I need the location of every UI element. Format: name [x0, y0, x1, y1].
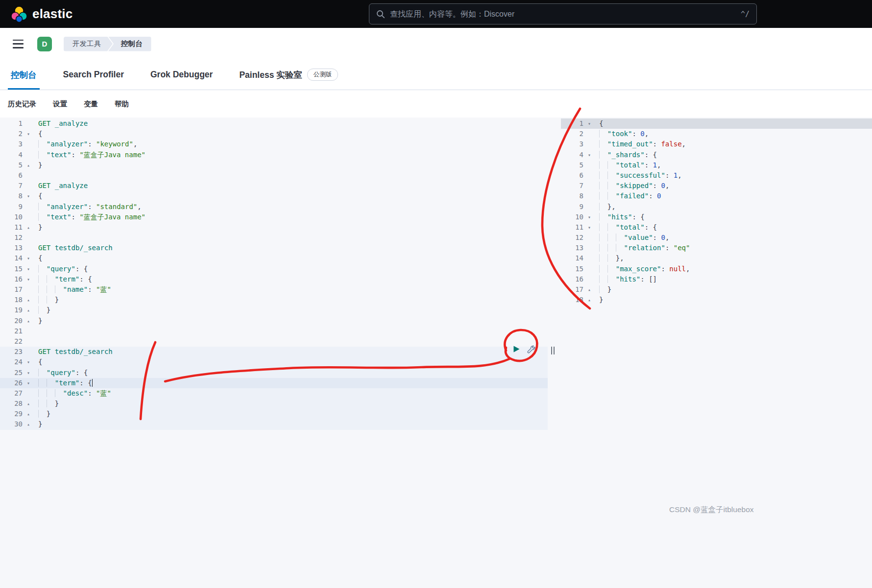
response-code-line[interactable]: 9 }, — [561, 202, 872, 212]
editor-code-line[interactable]: 8▾{ — [0, 191, 548, 201]
fold-down-icon[interactable]: ▾ — [24, 253, 32, 263]
response-code-line[interactable]: 18▴} — [561, 295, 872, 305]
fold-up-icon[interactable]: ▴ — [24, 399, 32, 409]
fold-up-icon[interactable]: ▴ — [585, 284, 593, 295]
line-number: 12 — [0, 233, 24, 243]
editor-code-line[interactable]: 1GET _analyze — [0, 118, 548, 129]
response-code-line[interactable]: 5 "total": 1, — [561, 160, 872, 170]
editor-code-line[interactable]: 6 — [0, 170, 548, 181]
editor-code-line[interactable]: 16▾ "term": { — [0, 274, 548, 284]
editor-code-line[interactable]: 14▾{ — [0, 253, 548, 263]
global-search-bar[interactable]: ^/ — [369, 3, 757, 24]
fold-down-icon[interactable]: ▾ — [24, 274, 32, 284]
tab-grok-debugger[interactable]: Grok Debugger — [147, 60, 216, 90]
fold-placeholder — [24, 336, 32, 347]
editor-code-line[interactable]: 7GET _analyze — [0, 181, 548, 191]
tab-painless-lab[interactable]: Painless 实验室 公测版 — [236, 60, 341, 90]
editor-code-line[interactable]: 24▾{ — [0, 357, 548, 367]
response-viewer[interactable]: 1▾{2 "took": 0,3 "timed_out": false,4▾ "… — [561, 118, 872, 588]
variables-button[interactable]: 变量 — [84, 99, 98, 109]
editor-code-line[interactable]: 19▴ } — [0, 305, 548, 315]
response-code-line[interactable]: 7 "skipped": 0, — [561, 181, 872, 191]
editor-code-line[interactable]: 2▾{ — [0, 129, 548, 139]
elastic-logo[interactable]: elastic — [0, 6, 73, 23]
response-code-line[interactable]: 15 "max_score": null, — [561, 264, 872, 274]
fold-up-icon[interactable]: ▴ — [24, 305, 32, 315]
fold-down-icon[interactable]: ▾ — [585, 150, 593, 160]
fold-up-icon[interactable]: ▴ — [24, 160, 32, 170]
editor-code-line[interactable]: 30▴} — [0, 419, 548, 429]
editor-code-line[interactable]: 5▴} — [0, 160, 548, 170]
fold-down-icon[interactable]: ▾ — [24, 357, 32, 367]
editor-code-line[interactable]: 21 — [0, 326, 548, 336]
response-code-line[interactable]: 11▾ "total": { — [561, 222, 872, 233]
editor-code-line[interactable]: 13GET testdb/_search — [0, 243, 548, 253]
fold-placeholder — [24, 118, 32, 129]
tab-search-profiler[interactable]: Search Profiler — [60, 60, 127, 90]
editor-code-line[interactable]: 4 "text": "蓝盒子Java name" — [0, 150, 548, 160]
editor-code-line[interactable]: 23GET testdb/_search — [0, 347, 548, 357]
history-button[interactable]: 历史记录 — [8, 99, 36, 109]
editor-code-line[interactable]: 22 — [0, 336, 548, 347]
response-code-line[interactable]: 10▾ "hits": { — [561, 212, 872, 222]
response-code-line[interactable]: 2 "took": 0, — [561, 129, 872, 139]
response-code-line[interactable]: 3 "timed_out": false, — [561, 139, 872, 149]
editor-code-line[interactable]: 26▾ "term": { — [0, 378, 548, 388]
fold-down-icon[interactable]: ▾ — [24, 368, 32, 378]
editor-code-line[interactable]: 17 "name": "蓝" — [0, 284, 548, 295]
fold-down-icon[interactable]: ▾ — [585, 222, 593, 233]
response-code-line[interactable]: 6 "successful": 1, — [561, 170, 872, 181]
line-number: 9 — [0, 202, 24, 212]
fold-up-icon[interactable]: ▴ — [24, 316, 32, 326]
panel-splitter-handle[interactable] — [550, 346, 556, 355]
breadcrumb-dev-tools[interactable]: 开发工具 — [64, 37, 113, 51]
fold-placeholder — [24, 326, 32, 336]
fold-down-icon[interactable]: ▾ — [585, 118, 593, 129]
response-code-line[interactable]: 13 "relation": "eq" — [561, 243, 872, 253]
fold-down-icon[interactable]: ▾ — [24, 129, 32, 139]
fold-up-icon[interactable]: ▴ — [24, 409, 32, 419]
code-token: , — [665, 234, 669, 241]
code-token — [38, 410, 47, 418]
fold-up-icon[interactable]: ▴ — [585, 295, 593, 305]
code-text: }, — [593, 253, 624, 263]
editor-code-line[interactable]: 9 "analyzer": "standard", — [0, 202, 548, 212]
response-code-line[interactable]: 1▾{ — [561, 118, 872, 129]
fold-up-icon[interactable]: ▴ — [24, 222, 32, 233]
global-search-input[interactable] — [390, 10, 736, 19]
help-button[interactable]: 帮助 — [115, 99, 129, 109]
response-code-line[interactable]: 14 }, — [561, 253, 872, 263]
editor-code-line[interactable]: 27 "desc": "蓝" — [0, 388, 548, 399]
send-request-button[interactable] — [511, 344, 521, 354]
editor-code-line[interactable]: 3 "analyzer": "keyword", — [0, 139, 548, 149]
editor-code-line[interactable]: 28▴ } — [0, 399, 548, 409]
editor-code-line[interactable]: 29▴ } — [0, 409, 548, 419]
editor-code-line[interactable]: 11▴} — [0, 222, 548, 233]
menu-hamburger-icon[interactable] — [13, 40, 24, 48]
editor-code-line[interactable]: 25▾ "query": { — [0, 368, 548, 378]
fold-up-icon[interactable]: ▴ — [24, 419, 32, 429]
space-avatar[interactable]: D — [37, 37, 52, 51]
fold-down-icon[interactable]: ▾ — [585, 212, 593, 222]
settings-button[interactable]: 设置 — [53, 99, 67, 109]
fold-down-icon[interactable]: ▾ — [24, 191, 32, 201]
response-code-line[interactable]: 4▾ "_shards": { — [561, 150, 872, 160]
editor-code-line[interactable]: 10 "text": "蓝盒子Java name" — [0, 212, 548, 222]
response-code-line[interactable]: 16 "hits": [] — [561, 274, 872, 284]
editor-code-line[interactable]: 20▴} — [0, 316, 548, 326]
code-token — [38, 275, 55, 283]
request-editor[interactable]: 1GET _analyze2▾{3 "analyzer": "keyword",… — [0, 118, 548, 588]
editor-code-line[interactable]: 18▴ } — [0, 295, 548, 305]
request-options-button[interactable] — [526, 344, 536, 354]
response-code-line[interactable]: 12 "value": 0, — [561, 233, 872, 243]
tab-console[interactable]: 控制台 — [8, 60, 40, 90]
fold-up-icon[interactable]: ▴ — [24, 295, 32, 305]
editor-code-line[interactable]: 12 — [0, 233, 548, 243]
response-code-line[interactable]: 8 "failed": 0 — [561, 191, 872, 201]
breadcrumb-console[interactable]: 控制台 — [108, 37, 151, 51]
code-token — [38, 369, 47, 376]
fold-down-icon[interactable]: ▾ — [24, 378, 32, 388]
response-code-line[interactable]: 17▴ } — [561, 284, 872, 295]
editor-code-line[interactable]: 15▾ "query": { — [0, 264, 548, 274]
fold-down-icon[interactable]: ▾ — [24, 264, 32, 274]
